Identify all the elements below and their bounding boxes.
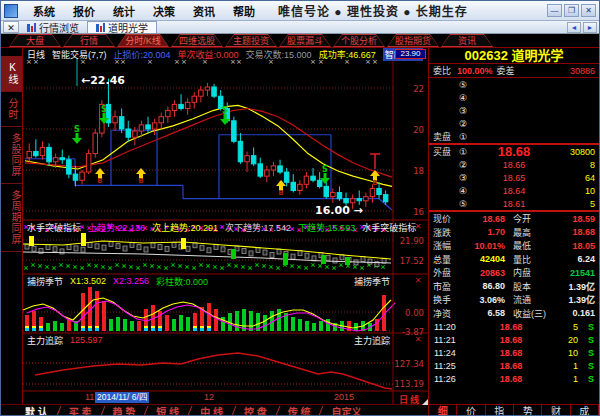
- up-trend: 上趋势:22.136: [88, 221, 145, 234]
- detail-value: 10.01%: [463, 241, 505, 251]
- toolbar-tab[interactable]: 中 线: [190, 404, 233, 416]
- toolbar-tab[interactable]: 默 认: [15, 404, 58, 416]
- function-tab[interactable]: 分时/K线: [117, 34, 169, 47]
- detail-value: 18.68: [551, 227, 595, 237]
- tick-price: 18.68: [468, 322, 554, 332]
- forward-arrow-icon[interactable]: ►: [583, 22, 597, 33]
- svg-text:×: ×: [30, 261, 35, 269]
- function-tab[interactable]: 个股分析: [333, 34, 385, 47]
- menu-item-系统[interactable]: 系统: [24, 6, 64, 18]
- quote-tab-价[interactable]: 价: [457, 405, 485, 416]
- function-tab[interactable]: 主题投资: [225, 34, 277, 47]
- sidebar-item-多股同屏[interactable]: 多股同屏: [1, 127, 22, 184]
- tick-side: S: [578, 374, 594, 384]
- svg-text:×: ×: [275, 264, 280, 272]
- toolbar-tab[interactable]: 短 线: [146, 404, 189, 416]
- svg-text:22: 22: [413, 84, 424, 94]
- minimize-icon[interactable]: —: [547, 4, 562, 17]
- quote-tab-细[interactable]: 细: [429, 405, 457, 416]
- tick-time: 11:24: [434, 348, 468, 358]
- detail-label: 外盘: [433, 266, 463, 279]
- menu-item-资讯[interactable]: 资讯: [184, 6, 224, 18]
- tick-time: 11:21: [434, 335, 468, 345]
- quote-tab-指[interactable]: 指: [486, 405, 514, 416]
- quote-tab-成[interactable]: 成: [571, 405, 599, 416]
- weicha-value: 30886: [570, 66, 595, 76]
- sell-levels: ⑤④③②卖盘①: [429, 78, 599, 143]
- svg-text:×: ×: [359, 264, 364, 272]
- detail-row: 市盈86.80股本1.39亿: [429, 280, 599, 294]
- svg-text:×: ×: [177, 262, 182, 270]
- force-header: 主力追踪 125.597 主力追踪: [27, 335, 390, 345]
- svg-text:×: ×: [226, 261, 231, 269]
- level-number: ⑤: [459, 199, 473, 209]
- toolbar-tab[interactable]: 自定义: [321, 404, 371, 416]
- svg-text:×: ×: [79, 264, 84, 272]
- svg-text:×: ×: [100, 263, 105, 271]
- chart-column[interactable]: ×××××××××××××××××SSSSBBBB←22.4616.00 →××…: [23, 48, 428, 404]
- function-tab[interactable]: 资讯: [441, 34, 493, 47]
- date-axis[interactable]: 2014/11/ 6/四 11122015: [23, 392, 393, 404]
- toolbar-tab[interactable]: 传 统: [278, 404, 321, 416]
- tab-quote-browse[interactable]: 行情浏览: [19, 21, 87, 33]
- down-trend: 下趋势:15.593: [298, 221, 355, 234]
- toolbar-tab[interactable]: 控 盘: [234, 404, 277, 416]
- toolbar-tab[interactable]: 买 卖: [59, 404, 102, 416]
- function-tab[interactable]: 行情: [63, 34, 115, 47]
- function-tab[interactable]: 股票漏斗: [279, 34, 331, 47]
- quote-tab-势[interactable]: 势: [514, 405, 542, 416]
- menu-item-报价[interactable]: 报价: [64, 6, 104, 18]
- detail-label: 市盈: [433, 280, 463, 293]
- period-label[interactable]: 日线: [27, 48, 45, 61]
- toolbar-tab[interactable]: 趋 势: [103, 404, 146, 416]
- chart-icon: [96, 23, 105, 32]
- back-arrow-icon[interactable]: ◄: [567, 22, 581, 33]
- close-icon[interactable]: ✕: [581, 4, 596, 17]
- menu-item-统计[interactable]: 统计: [104, 6, 144, 18]
- bar-count: 彩柱数:0.000: [156, 275, 208, 288]
- svg-text:B: B: [97, 177, 102, 185]
- menu-items: 系统报价统计决策资讯帮助: [24, 2, 264, 20]
- sidebar-item-K线[interactable]: K线: [1, 56, 22, 92]
- sidebar-item-多周期同屏[interactable]: 多周期同屏: [1, 184, 22, 252]
- svg-text:×: ×: [44, 263, 49, 271]
- x1-value: X1:3.502: [70, 276, 106, 286]
- indicator-name: 主力追踪: [27, 334, 63, 347]
- detail-value: 6.24: [551, 254, 595, 264]
- svg-text:×: ×: [205, 262, 210, 270]
- tick-row: 11:2418.6810S: [429, 346, 599, 359]
- weibi-row: 委比 100.00% 委差 30886: [429, 64, 599, 78]
- indicator-name: 水手突破指标: [27, 221, 81, 234]
- close-panel-icon[interactable]: ✕: [413, 335, 423, 344]
- detail-row: 涨跌1.70最高18.68: [429, 226, 599, 240]
- period-badge[interactable]: 日线: [399, 393, 421, 406]
- detail-row: 净资6.58收益(三)0.161: [429, 307, 599, 321]
- stock-title[interactable]: 002632 道明光学: [429, 48, 599, 64]
- svg-text:×: ×: [72, 263, 77, 271]
- restore-icon[interactable]: ❐: [564, 4, 579, 17]
- function-tab[interactable]: 股指期货: [387, 34, 439, 47]
- menu-item-帮助[interactable]: 帮助: [224, 6, 264, 18]
- resize-grip[interactable]: [422, 399, 428, 405]
- tool-icon[interactable]: ✕: [3, 21, 19, 33]
- tab-stock-daoming[interactable]: 道明光学: [87, 21, 157, 33]
- menu-item-决策[interactable]: 决策: [144, 6, 184, 18]
- level-number: ④: [459, 93, 473, 103]
- function-tab[interactable]: 大盘: [9, 34, 61, 47]
- date-tick: 2015: [334, 392, 354, 402]
- sidebar-item-分时[interactable]: 分时: [1, 92, 22, 127]
- tab-label: 行情: [64, 35, 114, 46]
- svg-text:×: ×: [240, 263, 245, 271]
- level-volume: 8: [555, 160, 595, 170]
- side-label: 买盘: [433, 145, 459, 158]
- level-volume: 64: [555, 173, 595, 183]
- close-panel-icon[interactable]: ✕: [413, 276, 423, 285]
- quote-tab-财[interactable]: 财: [542, 405, 570, 416]
- close-panel-icon[interactable]: ✕: [413, 222, 423, 231]
- svg-text:×: ×: [58, 261, 63, 269]
- svg-text:113.19: 113.19: [394, 379, 424, 389]
- function-tab[interactable]: 四维选股: [171, 34, 223, 47]
- level-price: 18.66: [473, 160, 555, 170]
- level-row: ③18.6564: [429, 171, 599, 184]
- svg-text:×: ×: [128, 263, 133, 271]
